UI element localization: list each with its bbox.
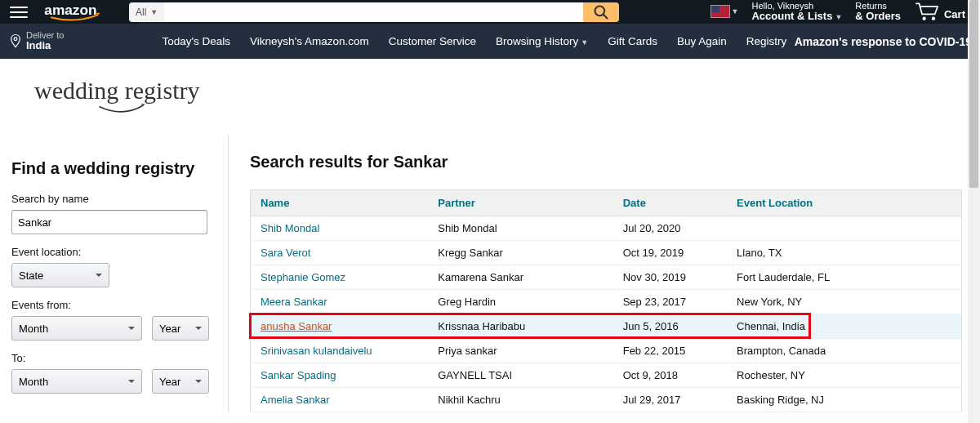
table-row: Srinivasan kulandaiveluPriya sankarFeb 2… bbox=[251, 339, 962, 363]
subnav-links: Today's Deals Vikneysh's Amazon.com Cust… bbox=[162, 35, 786, 47]
wedding-registry-text: wedding registry bbox=[34, 77, 980, 105]
language-selector[interactable]: ▼ bbox=[710, 5, 739, 18]
account-menu[interactable]: Hello, Vikneysh Account & Lists▼ bbox=[751, 1, 842, 22]
registry-link[interactable]: Amelia Sankar bbox=[261, 394, 330, 406]
search-button[interactable] bbox=[583, 2, 619, 22]
deliver-country: India bbox=[26, 40, 64, 51]
cell-name: Meera Sankar bbox=[251, 290, 429, 314]
to-year-select[interactable]: Year bbox=[152, 369, 209, 394]
search-name-label: Search by name bbox=[11, 193, 213, 205]
table-row: Shib MondalShib MondalJul 20, 2020 bbox=[251, 216, 962, 241]
table-row: Sara VerotKregg SankarOct 19, 2019Llano,… bbox=[251, 241, 962, 265]
cell-date: Feb 22, 2015 bbox=[613, 339, 727, 363]
cell-partner: Priya sankar bbox=[428, 339, 612, 363]
registry-link[interactable]: Srinivasan kulandaivelu bbox=[261, 345, 372, 357]
cell-name: Sankar Spading bbox=[251, 363, 429, 388]
from-month-select[interactable]: Month bbox=[11, 316, 142, 341]
cart-link[interactable]: Cart bbox=[914, 1, 965, 22]
cell-name: anusha Sankar bbox=[251, 314, 429, 339]
account-label: Account & Lists bbox=[751, 10, 832, 22]
subnav-link[interactable]: Registry bbox=[746, 35, 787, 47]
cell-partner: Kamarena Sankar bbox=[428, 265, 612, 290]
cell-name: Shib Mondal bbox=[251, 216, 429, 241]
cell-location: Rochester, NY bbox=[727, 363, 961, 388]
cell-name: Amelia Sankar bbox=[251, 388, 429, 412]
to-month-select[interactable]: Month bbox=[11, 369, 142, 394]
subnav-link[interactable]: Browsing History▼ bbox=[496, 35, 588, 47]
search-input[interactable] bbox=[164, 2, 583, 22]
registry-link[interactable]: Sankar Spading bbox=[261, 369, 336, 381]
col-date[interactable]: Date bbox=[613, 190, 727, 216]
cell-location: New York, NY bbox=[727, 290, 961, 314]
svg-line-2 bbox=[604, 14, 608, 18]
top-nav: amazon All ▼ ▼ Hello, Vikneysh Account &… bbox=[0, 0, 980, 24]
registry-link[interactable]: Sara Verot bbox=[261, 247, 310, 259]
cell-date: Sep 23, 2017 bbox=[613, 290, 727, 314]
cell-partner: Kregg Sankar bbox=[428, 241, 612, 265]
chevron-down-icon: ▼ bbox=[581, 38, 588, 47]
svg-point-5 bbox=[14, 38, 17, 41]
table-row: Meera SankarGreg HardinSep 23, 2017New Y… bbox=[251, 290, 962, 314]
cell-location bbox=[727, 216, 961, 241]
state-select[interactable]: State bbox=[11, 263, 109, 287]
registry-link[interactable]: Shib Mondal bbox=[261, 222, 319, 234]
cell-partner: Greg Hardin bbox=[428, 290, 612, 314]
cell-location: Brampton, Canada bbox=[727, 339, 961, 363]
location-icon bbox=[8, 33, 23, 49]
cell-location: Llano, TX bbox=[727, 241, 961, 265]
registry-link[interactable]: Meera Sankar bbox=[261, 296, 327, 308]
chevron-down-icon: ▼ bbox=[732, 7, 739, 16]
cell-date: Jun 5, 2016 bbox=[613, 314, 727, 339]
cell-date: Jul 29, 2017 bbox=[613, 388, 727, 412]
cell-date: Nov 30, 2019 bbox=[613, 265, 727, 290]
nav-right: ▼ Hello, Vikneysh Account & Lists▼ Retur… bbox=[710, 1, 973, 22]
cart-icon bbox=[914, 1, 942, 22]
col-location[interactable]: Event Location bbox=[727, 190, 961, 216]
table-row: Amelia SankarNikhil KachruJul 29, 2017Ba… bbox=[251, 388, 962, 412]
subnav-link[interactable]: Buy Again bbox=[677, 35, 727, 47]
events-from-label: Events from: bbox=[11, 299, 213, 311]
subnav-link[interactable]: Customer Service bbox=[389, 35, 476, 47]
sub-nav: Deliver to India Today's Deals Vikneysh'… bbox=[0, 24, 980, 59]
orders-label: & Orders bbox=[855, 11, 901, 22]
svg-text:amazon: amazon bbox=[44, 3, 96, 18]
cell-date: Oct 9, 2018 bbox=[613, 363, 727, 388]
sidebar-heading: Find a wedding registry bbox=[11, 159, 213, 178]
subnav-link[interactable]: Today's Deals bbox=[162, 35, 230, 47]
search-icon bbox=[593, 4, 609, 20]
page-columns: Find a wedding registry Search by name E… bbox=[0, 128, 980, 412]
search-name-input[interactable] bbox=[11, 210, 207, 234]
cell-name: Stephanie Gomez bbox=[251, 265, 429, 290]
cell-date: Oct 19, 2019 bbox=[613, 241, 727, 265]
orders-link[interactable]: Returns & Orders bbox=[855, 1, 901, 22]
registry-link[interactable]: anusha Sankar bbox=[261, 320, 332, 332]
from-year-select[interactable]: Year bbox=[152, 316, 209, 341]
results-heading: Search results for Sankar bbox=[250, 153, 962, 171]
amazon-logo[interactable]: amazon bbox=[36, 3, 114, 21]
covid-link[interactable]: Amazon's response to COVID-19 bbox=[795, 35, 972, 48]
col-name[interactable]: Name bbox=[251, 190, 429, 216]
cell-location: Basking Ridge, NJ bbox=[727, 388, 961, 412]
svg-point-4 bbox=[932, 17, 935, 20]
search-sidebar: Find a wedding registry Search by name E… bbox=[0, 135, 229, 412]
cell-partner: Nikhil Kachru bbox=[428, 388, 612, 412]
col-partner[interactable]: Partner bbox=[428, 190, 612, 216]
wedding-registry-logo[interactable]: wedding registry bbox=[0, 59, 980, 128]
chevron-down-icon: ▼ bbox=[835, 13, 842, 21]
scrollbar[interactable] bbox=[968, 0, 980, 412]
menu-icon[interactable] bbox=[7, 2, 31, 23]
search-category-label: All bbox=[136, 7, 146, 18]
cell-date: Jul 20, 2020 bbox=[613, 216, 727, 241]
table-row: Stephanie GomezKamarena SankarNov 30, 20… bbox=[251, 265, 962, 290]
registry-link[interactable]: Stephanie Gomez bbox=[261, 271, 345, 283]
location-label: Event location: bbox=[11, 246, 213, 258]
cell-name: Srinivasan kulandaivelu bbox=[251, 339, 429, 363]
smile-icon bbox=[98, 103, 147, 118]
subnav-link[interactable]: Vikneysh's Amazon.com bbox=[250, 35, 369, 47]
deliver-to[interactable]: Deliver to India bbox=[8, 30, 64, 51]
cell-location: Chennai, India bbox=[727, 314, 961, 339]
scrollbar-thumb[interactable] bbox=[969, 0, 978, 188]
search-category-dropdown[interactable]: All ▼ bbox=[129, 2, 164, 22]
cell-location: Fort Lauderdale, FL bbox=[727, 265, 961, 290]
subnav-link[interactable]: Gift Cards bbox=[608, 35, 657, 47]
